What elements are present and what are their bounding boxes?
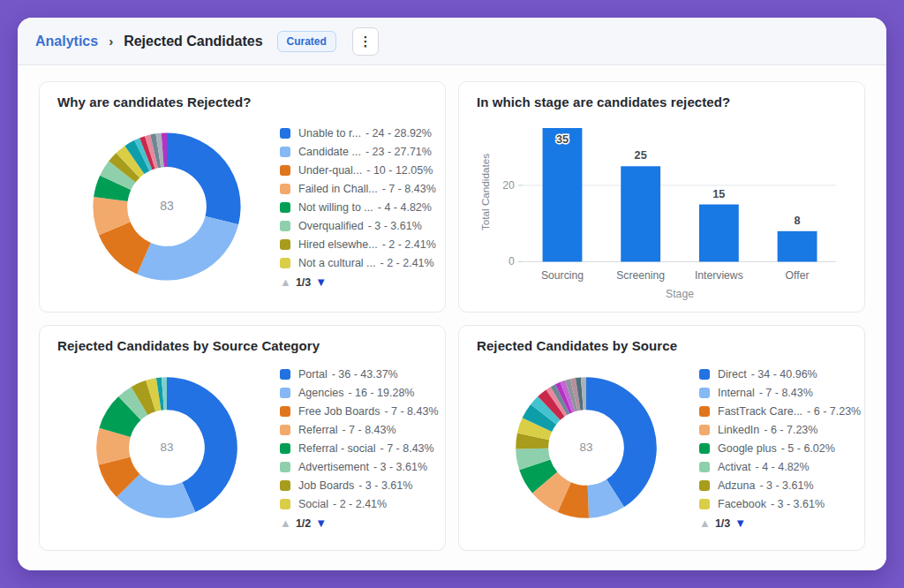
bar-value-label: 15	[712, 188, 725, 200]
legend-label: Google plus	[718, 442, 777, 455]
legend-item[interactable]: Social - 2 - 2.41%	[280, 498, 439, 510]
legend-pagination: ▲1/3▼	[699, 516, 861, 530]
legend-value: - 2 - 2.41%	[380, 257, 434, 269]
panel-body: 83 Unable to r... - 24 - 28.92%Candidate…	[57, 109, 431, 303]
legend-label: Referral - social	[298, 442, 376, 455]
legend-swatch-icon	[280, 388, 290, 398]
legend-item[interactable]: Internal - 7 - 8.43%	[699, 387, 861, 399]
legend-item[interactable]: Unable to r... - 24 - 28.92%	[280, 127, 436, 139]
dashboard-grid: Why are candidates Rejected? 83 Unable t…	[18, 65, 886, 570]
legend-item[interactable]: Google plus - 5 - 6.02%	[699, 442, 861, 455]
kebab-menu-button[interactable]: ⋮	[352, 27, 379, 56]
page-down-icon[interactable]: ▼	[315, 516, 327, 530]
donut-center-total: 83	[160, 199, 174, 213]
legend-item[interactable]: Portal - 36 - 43.37%	[280, 368, 439, 381]
legend-value: - 7 - 8.43%	[382, 183, 436, 195]
bar-sourcing[interactable]	[543, 128, 583, 261]
app-window: Analytics › Rejected Candidates Curated …	[18, 18, 886, 570]
legend-swatch-icon	[280, 239, 290, 250]
legend-item[interactable]: Advertisement - 3 - 3.61%	[280, 461, 439, 473]
legend-value: - 7 - 8.43%	[380, 442, 434, 455]
legend-reject-reasons: Unable to r... - 24 - 28.92%Candidate ..…	[276, 124, 436, 289]
donut-chart-reject-reasons: 83	[57, 129, 276, 284]
legend-item[interactable]: LinkedIn - 6 - 7.23%	[699, 424, 861, 436]
x-tick-label: Interviews	[695, 269, 743, 282]
legend-swatch-icon	[699, 425, 710, 435]
legend-swatch-icon	[699, 480, 710, 491]
legend-value: - 2 - 2.41%	[382, 238, 436, 251]
legend-swatch-icon	[699, 443, 710, 454]
page-indicator: 1/2	[296, 517, 311, 530]
app-frame: Analytics › Rejected Candidates Curated …	[0, 0, 904, 588]
legend-swatch-icon	[699, 406, 710, 417]
legend-label: LinkedIn	[718, 424, 759, 436]
legend-label: Referral	[298, 424, 337, 436]
donut-slice-unable-to-r[interactable]	[167, 132, 241, 224]
page-down-icon[interactable]: ▼	[315, 275, 327, 289]
legend-swatch-icon	[280, 480, 290, 491]
donut-chart-source: 83	[477, 373, 696, 522]
page-down-icon[interactable]: ▼	[734, 516, 746, 530]
legend-label: Direct	[718, 368, 747, 381]
page-up-icon[interactable]: ▲	[280, 275, 291, 289]
legend-pagination: ▲1/3▼	[280, 275, 436, 289]
legend-item[interactable]: Hired elsewhe... - 2 - 2.41%	[280, 238, 436, 251]
legend-swatch-icon	[280, 406, 290, 417]
legend-value: - 16 - 19.28%	[348, 387, 414, 399]
legend-label: Adzuna	[718, 479, 755, 492]
legend-swatch-icon	[280, 443, 290, 454]
legend-item[interactable]: Overqualified - 3 - 3.61%	[280, 220, 436, 232]
legend-swatch-icon	[280, 369, 290, 380]
legend-item[interactable]: Facebook - 3 - 3.61%	[699, 498, 861, 510]
legend-label: Internal	[718, 387, 755, 399]
legend-value: - 24 - 28.92%	[365, 127, 432, 139]
legend-item[interactable]: Not willing to ... - 4 - 4.82%	[280, 201, 436, 214]
legend-item[interactable]: FastTrack Care... - 6 - 7.23%	[699, 405, 861, 418]
x-axis-title: Stage	[666, 288, 694, 300]
legend-label: Activat	[718, 461, 751, 473]
legend-item[interactable]: Referral - social - 7 - 8.43%	[280, 442, 439, 455]
legend-source-category: Portal - 36 - 43.37%Agencies - 16 - 19.2…	[276, 365, 439, 530]
legend-item[interactable]: Failed in Chall... - 7 - 8.43%	[280, 183, 436, 195]
legend-item[interactable]: Direct - 34 - 40.96%	[699, 368, 861, 381]
bar-chart-reject-stage: 02035Sourcing25Screening15Interviews8Off…	[477, 109, 850, 304]
legend-swatch-icon	[280, 425, 290, 435]
topbar: Analytics › Rejected Candidates Curated …	[18, 18, 886, 65]
legend-label: Advertisement	[298, 461, 369, 473]
legend-value: - 10 - 12.05%	[366, 164, 433, 177]
legend-item[interactable]: Not a cultural ... - 2 - 2.41%	[280, 257, 436, 269]
legend-item[interactable]: Under-qual... - 10 - 12.05%	[280, 164, 436, 177]
legend-item[interactable]: Agencies - 16 - 19.28%	[280, 387, 439, 399]
page-up-icon[interactable]: ▲	[280, 516, 291, 530]
bar-offer[interactable]	[778, 231, 817, 262]
legend-label: Not willing to ...	[298, 201, 373, 214]
legend-item[interactable]: Candidate ... - 23 - 27.71%	[280, 146, 436, 158]
page-title: Rejected Candidates	[124, 34, 262, 49]
donut-center-total: 83	[580, 441, 593, 454]
page-up-icon[interactable]: ▲	[699, 516, 711, 530]
legend-label: FastTrack Care...	[718, 405, 802, 418]
legend-value: - 34 - 40.96%	[751, 368, 817, 381]
legend-item[interactable]: Free Job Boards - 7 - 8.43%	[280, 405, 439, 418]
legend-swatch-icon	[699, 369, 710, 380]
panel-body: 83 Portal - 36 - 43.37%Agencies - 16 - 1…	[57, 353, 431, 541]
bar-interviews[interactable]	[699, 205, 739, 262]
legend-item[interactable]: Job Boards - 3 - 3.61%	[280, 479, 439, 492]
bar-screening[interactable]	[621, 166, 660, 261]
donut-slice-candidate[interactable]	[137, 215, 238, 280]
y-tick-label: 0	[508, 255, 515, 268]
legend-value: - 4 - 4.82%	[756, 461, 810, 473]
legend-value: - 3 - 3.61%	[358, 479, 412, 492]
legend-label: Agencies	[298, 387, 343, 399]
legend-item[interactable]: Adzuna - 3 - 3.61%	[699, 479, 861, 492]
legend-value: - 3 - 3.61%	[759, 479, 813, 492]
panel-source: Rejected Candidates by Source 83 Direct …	[458, 325, 865, 551]
legend-label: Under-qual...	[298, 164, 362, 177]
legend-value: - 7 - 8.43%	[384, 405, 438, 418]
legend-item[interactable]: Activat - 4 - 4.82%	[699, 461, 861, 473]
legend-item[interactable]: Referral - 7 - 8.43%	[280, 424, 439, 436]
legend-swatch-icon	[280, 147, 290, 157]
panel-title-source: Rejected Candidates by Source	[477, 338, 850, 353]
bar-chart-svg: 02035Sourcing25Screening15Interviews8Off…	[477, 113, 850, 304]
breadcrumb-analytics-link[interactable]: Analytics	[35, 34, 98, 49]
